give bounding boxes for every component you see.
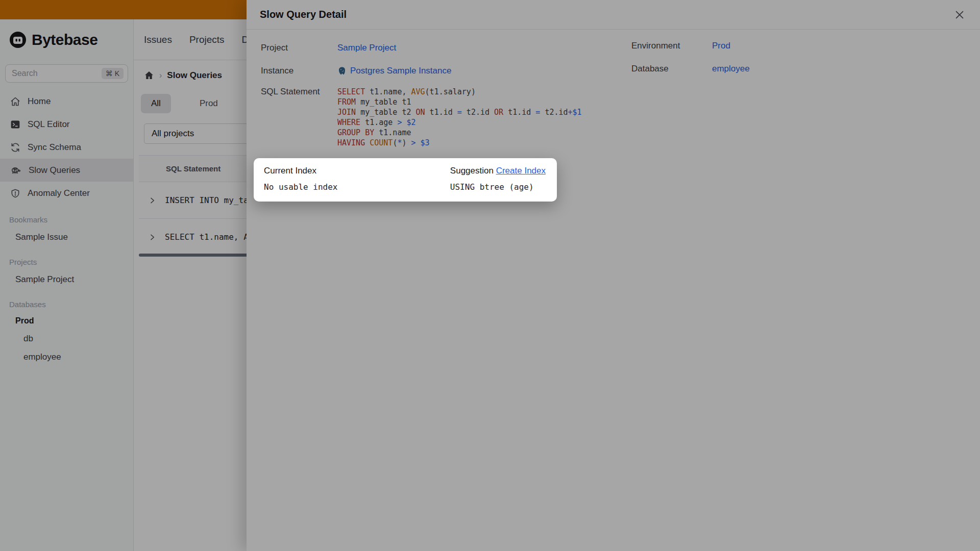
index-suggestion-popup: Current Index No usable index Suggestion… — [254, 158, 557, 202]
dim-overlay[interactable] — [0, 0, 980, 551]
suggestion-column: Suggestion Create Index USING btree (age… — [450, 166, 546, 192]
suggestion-value: USING btree (age) — [450, 182, 546, 192]
current-index-column: Current Index No usable index — [264, 166, 338, 192]
suggestion-header: Suggestion Create Index — [450, 166, 546, 176]
current-index-value: No usable index — [264, 182, 338, 192]
suggestion-label: Suggestion — [450, 166, 494, 176]
current-index-label: Current Index — [264, 166, 338, 176]
create-index-link[interactable]: Create Index — [496, 166, 546, 176]
